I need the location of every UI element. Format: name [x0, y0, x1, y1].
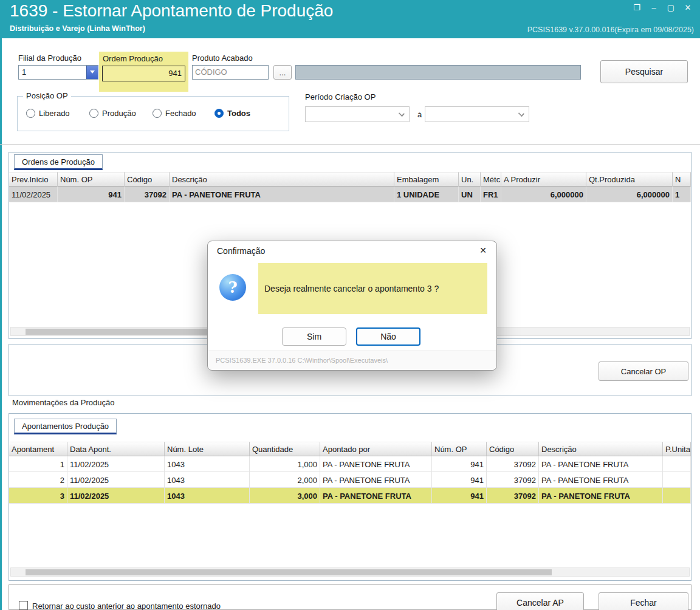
apontamentos-panel: Apontamentos Produção Apontament Data Ap…	[9, 413, 691, 581]
column-header[interactable]: Qt.Produzida	[586, 172, 673, 187]
maximize-icon[interactable]: ▢	[666, 3, 676, 12]
posicao-op-group: Posição OP Liberado Produção Fechado Tod…	[17, 96, 289, 131]
window-subtitle: Distribuição e Varejo (Linha WinThor)	[10, 24, 145, 33]
dialog-message: Deseja realmente cancelar o apontamento …	[258, 284, 439, 293]
chevron-down-icon	[518, 111, 524, 117]
scrollbar-thumb[interactable]	[26, 569, 552, 575]
cell-apontamento: 2	[9, 472, 67, 488]
column-header[interactable]: Núm. Lote	[165, 442, 250, 456]
filial-value: 1	[22, 66, 26, 79]
confirmation-dialog: Confirmação ✕ ? Deseja realmente cancela…	[207, 241, 497, 371]
periodo-label: Período Criação OP	[305, 92, 376, 101]
cell-p-unit	[663, 472, 691, 488]
column-header[interactable]: Apontament	[9, 442, 67, 456]
column-header[interactable]: Prev.Início	[9, 172, 58, 187]
dialog-close-icon[interactable]: ✕	[479, 245, 487, 255]
column-header[interactable]: Código	[487, 442, 539, 456]
cell-apontamento: 3	[9, 488, 67, 504]
title-bar: 1639 - Estornar Apontamento de Produção …	[0, 0, 700, 38]
cell-data: 11/02/2025	[67, 456, 165, 472]
periodo-fim-select[interactable]	[425, 106, 529, 122]
cell-metodo: FR1	[481, 187, 501, 202]
cell-codigo: 37092	[487, 456, 539, 472]
version-info: PCSIS1639 v.37.0.00.016(Expira em 09/08/…	[527, 26, 694, 34]
cell-prev-inicio: 11/02/2025	[9, 187, 58, 202]
column-header[interactable]: N	[673, 172, 691, 187]
cell-apontado-por: PA - PANETONE FRUTA	[320, 456, 432, 472]
cell-p-unit	[663, 456, 691, 472]
column-header[interactable]: Núm. OP	[432, 442, 487, 456]
column-header[interactable]: A Produzir	[501, 172, 586, 187]
produto-codigo-input[interactable]: CÓDIGO	[192, 65, 269, 80]
column-header[interactable]: Métc	[481, 172, 501, 187]
tab-ordens-producao[interactable]: Ordens de Produção	[14, 154, 103, 170]
column-header[interactable]: Data Apont.	[67, 442, 165, 456]
ordem-input[interactable]: 941	[102, 66, 185, 81]
cell-codigo: 37092	[125, 187, 170, 202]
radio-fechado[interactable]: Fechado	[153, 109, 196, 118]
column-header[interactable]: Un.	[459, 172, 481, 187]
column-header[interactable]: P.Unita	[663, 442, 691, 456]
minimize-icon[interactable]: –	[649, 3, 659, 12]
radio-todos[interactable]: Todos	[214, 109, 250, 118]
table-row[interactable]: 2 11/02/2025 1043 2,000 PA - PANETONE FR…	[9, 472, 691, 488]
apontamentos-horizontal-scrollbar[interactable]	[10, 567, 690, 577]
filial-label: Filial da Produção	[18, 53, 81, 63]
nao-button[interactable]: Não	[356, 327, 420, 346]
column-header[interactable]: Código	[125, 172, 170, 187]
radio-todos-label: Todos	[227, 109, 250, 118]
cell-lote: 1043	[165, 488, 250, 504]
cell-un: UN	[459, 187, 481, 202]
cell-num-op: 941	[432, 456, 487, 472]
question-icon: ?	[219, 274, 246, 301]
table-row[interactable]: 1 11/02/2025 1043 1,000 PA - PANETONE FR…	[9, 456, 691, 472]
column-header[interactable]: Embalagem	[394, 172, 459, 187]
ordem-highlight: Ordem Produção 941	[99, 52, 188, 92]
cell-descricao: PA - PANETONE FRUTA	[170, 187, 394, 202]
dialog-status-text: PCSIS1639.EXE 37.0.0.16 C:\Winthor\Spool…	[208, 351, 496, 369]
cell-lote: 1043	[165, 456, 250, 472]
produto-browse-button[interactable]: ...	[273, 65, 292, 80]
sim-button[interactable]: Sim	[282, 327, 346, 346]
cell-data: 11/02/2025	[67, 488, 165, 504]
periodo-inicio-select[interactable]	[305, 106, 410, 122]
retornar-custo-label: Retornar ao custo anterior ao apontament…	[32, 601, 221, 610]
cell-descricao: PA - PANETONE FRUTA	[539, 472, 663, 488]
column-header[interactable]: Quantidade	[250, 442, 320, 456]
close-icon[interactable]: ✕	[683, 3, 693, 12]
table-row[interactable]: 11/02/2025 941 37092 PA - PANETONE FRUTA…	[9, 187, 691, 202]
dropdown-arrow-icon[interactable]	[86, 66, 98, 79]
cell-qt-produzida: 6,000000	[586, 187, 673, 202]
radio-fechado-label: Fechado	[165, 109, 196, 118]
cell-a-produzir: 6,000000	[501, 187, 586, 202]
cell-descricao: PA - PANETONE FRUTA	[539, 488, 663, 504]
cell-codigo: 37092	[487, 488, 539, 504]
cell-num-op: 941	[432, 472, 487, 488]
filial-select[interactable]: 1	[18, 65, 98, 80]
cell-data: 11/02/2025	[67, 472, 165, 488]
retornar-custo-checkbox[interactable]	[19, 601, 28, 610]
column-header[interactable]: Núm. OP	[58, 172, 125, 187]
pesquisar-button[interactable]: Pesquisar	[600, 60, 688, 83]
column-header[interactable]: Descrição	[170, 172, 394, 187]
cell-quantidade: 1,000	[250, 456, 320, 472]
column-header[interactable]: Descrição	[539, 442, 663, 456]
radio-circle-icon	[89, 109, 98, 118]
cancelar-ap-button[interactable]: Cancelar AP	[496, 592, 584, 610]
movimentacoes-group-label: Movimentações da Produção	[12, 398, 114, 407]
tab-apontamentos-producao[interactable]: Apontamentos Produção	[14, 419, 117, 434]
radio-selected-icon	[214, 109, 224, 118]
radio-liberado[interactable]: Liberado	[26, 109, 70, 118]
cancelar-op-button[interactable]: Cancelar OP	[599, 362, 688, 381]
restore-icon[interactable]: ❐	[632, 3, 642, 12]
radio-producao[interactable]: Produção	[89, 109, 136, 118]
chevron-down-icon	[399, 111, 405, 117]
fechar-button[interactable]: Fechar	[599, 592, 688, 610]
cell-num-op: 941	[432, 488, 487, 504]
periodo-separator-label: à	[417, 110, 422, 119]
ordens-header-row: Prev.Início Núm. OP Código Descrição Emb…	[9, 172, 691, 187]
cell-embalagem: 1 UNIDADE	[394, 187, 459, 202]
radio-circle-icon	[153, 109, 162, 118]
column-header[interactable]: Apontado por	[320, 442, 432, 456]
table-row-selected[interactable]: 3 11/02/2025 1043 3,000 PA - PANETONE FR…	[9, 488, 691, 504]
